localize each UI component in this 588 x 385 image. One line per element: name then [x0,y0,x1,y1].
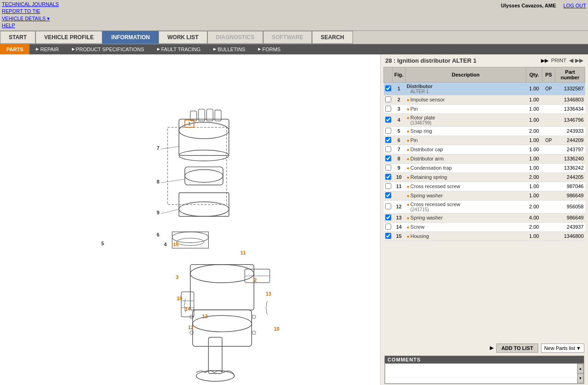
row-checkbox[interactable] [385,165,391,171]
comments-textarea[interactable] [385,364,577,383]
svg-text:6: 6 [156,232,159,237]
description-cell: ●Condensation trap [406,163,526,172]
fig-cell: 11 [393,182,406,191]
qty-cell: 1.00 [526,95,542,104]
qty-cell: 2.00 [526,222,542,231]
subnav-repair[interactable]: ▶ REPAIR [29,44,65,54]
svg-rect-15 [190,265,254,310]
col-description: Description [406,67,526,82]
ps-cell [542,200,555,213]
row-checkbox[interactable] [385,106,391,112]
row-checkbox[interactable] [385,183,391,189]
help-link[interactable]: HELP [2,22,59,29]
row-checkbox[interactable] [385,146,391,152]
svg-text:10: 10 [274,326,279,332]
part-number-cell: 244209 [555,136,585,145]
part-number-cell: 243933 [555,126,585,136]
next-arrow[interactable]: ▶▶ [575,57,583,64]
add-to-list-button[interactable]: ADD TO LIST [496,344,538,353]
nav-start[interactable]: START [0,31,35,44]
comments-scroll-down[interactable]: ▼ [577,373,583,383]
description-cell: DistributorALTER 1 [406,82,526,95]
ps-cell [542,213,555,222]
nav-search[interactable]: SEARCH [312,31,353,44]
svg-text:13: 13 [265,291,271,296]
row-checkbox[interactable] [385,224,391,230]
logout-link[interactable]: LOG OUT [563,3,586,8]
svg-text:2: 2 [253,277,256,283]
add-to-list-icon: ▶ [490,345,494,351]
row-checkbox[interactable] [385,203,391,209]
part-number-cell: 243937 [555,222,585,231]
svg-point-14 [190,265,254,283]
table-row: 9●Condensation trap1.001336242 [384,163,585,172]
description-cell: ●Pin [406,136,526,145]
row-checkbox[interactable] [385,155,391,161]
svg-text:11: 11 [240,250,246,255]
vehicle-details-link[interactable]: VEHICLE DETAILS ▾ [2,15,59,22]
row-checkbox[interactable] [385,128,391,134]
report-to-tie-link[interactable]: REPORT TO TIE [2,8,59,15]
row-checkbox[interactable] [385,85,391,91]
subnav-repair-arrow: ▶ [36,47,39,51]
ps-cell [542,104,555,113]
subnav-parts[interactable]: PARTS [0,44,29,54]
ps-cell [542,154,555,163]
part-number-cell: 1346796 [555,113,585,126]
top-right: Ulysses Cavazos, AME LOG OUT [501,1,586,8]
table-row: 8●Distributor arm1.001336240 [384,154,585,163]
table-row: 11●Cross recessed screw1.00987046 [384,182,585,191]
fig-cell [393,191,406,200]
svg-line-35 [160,179,184,183]
svg-text:5: 5 [101,241,104,246]
subnav-fault-tracing[interactable]: ▶ FAULT TRACING [151,44,207,54]
svg-point-28 [252,331,256,335]
fig-cell: 4 [393,113,406,126]
nav-work-list[interactable]: WORK LIST [159,31,207,44]
nav-software: SOFTWARE [263,31,312,44]
subnav-forms[interactable]: ▶ FORMS [252,44,287,54]
part-number-cell: 956058 [555,200,585,213]
nav-information[interactable]: INFORMATION [102,31,159,44]
svg-point-18 [192,315,251,332]
qty-cell: 1.00 [526,231,542,241]
svg-point-7 [185,170,223,183]
print-link[interactable]: PRINT [551,58,566,63]
svg-text:1: 1 [188,121,191,126]
parts-panel: 28 : Ignition distributor ALTER 1 ▶▶ PRI… [381,54,588,385]
row-checkbox[interactable] [385,192,391,198]
nav-arrows: ◀ ▶▶ [569,57,583,64]
nav-vehicle-profile[interactable]: VEHICLE PROFILE [35,31,102,44]
ps-cell [542,222,555,231]
row-checkbox[interactable] [385,214,391,220]
description-cell: ●Impulse sensor [406,95,526,104]
subnav-product-specs[interactable]: ▶ PRODUCT SPECIFICATIONS [65,44,151,54]
table-row: ●Spring washer1.00986649 [384,191,585,200]
table-row: 2●Impulse sensor1.001346803 [384,95,585,104]
fig-cell: 3 [393,104,406,113]
dropdown-arrow-icon: ▼ [576,345,581,351]
ps-cell [542,191,555,200]
row-checkbox[interactable] [385,117,391,123]
col-ps: PS [542,67,555,82]
top-left-links: TECHNICAL JOURNALS REPORT TO TIE VEHICLE… [2,1,59,30]
new-parts-list-dropdown[interactable]: New Parts list ▼ [541,344,584,353]
ps-cell [542,172,555,182]
row-checkbox[interactable] [385,174,391,180]
part-number-cell: 244205 [555,172,585,182]
subnav-bulletins[interactable]: ▶ BULLETINS [207,44,252,54]
row-checkbox[interactable] [385,233,391,239]
table-row: 14●Screw2.00243937 [384,222,585,231]
col-checkbox [384,67,393,82]
row-checkbox[interactable] [385,137,391,143]
technical-journals-link[interactable]: TECHNICAL JOURNALS [2,1,59,8]
svg-text:15: 15 [173,242,178,247]
row-checkbox[interactable] [385,96,391,102]
sub-nav: PARTS ▶ REPAIR ▶ PRODUCT SPECIFICATIONS … [0,44,588,54]
bottom-area: ▶ ADD TO LIST New Parts list ▼ COMMENTS … [381,341,588,385]
prev-arrow[interactable]: ◀ [569,57,573,64]
svg-text:8: 8 [156,179,159,184]
qty-cell: 1.00 [526,191,542,200]
comments-scroll-up[interactable]: ▲ [577,364,583,373]
new-parts-list-label: New Parts list [544,345,575,351]
